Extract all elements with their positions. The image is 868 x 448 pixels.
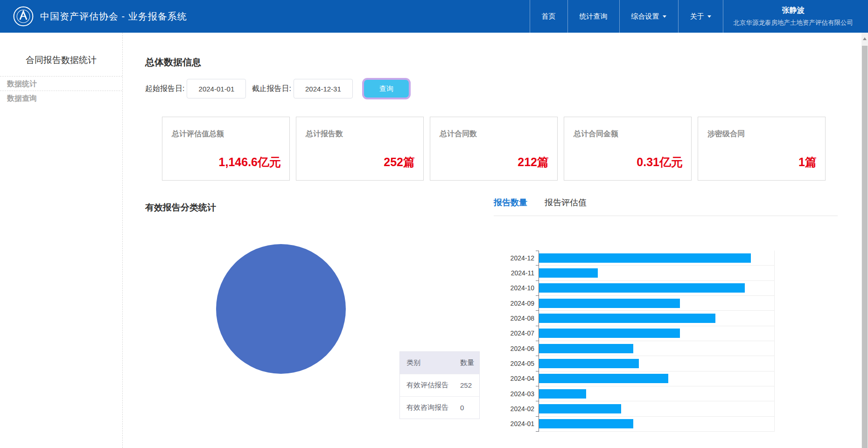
category-table: 类别 数量 有效评估报告 252 有效咨询报告 0 bbox=[399, 351, 480, 419]
bar-row: 2024-12 bbox=[539, 251, 774, 266]
end-date-label: 截止报告日: bbox=[252, 84, 291, 94]
stat-card-total-appraisal-value: 总计评估值总额 1,146.6亿元 bbox=[162, 117, 290, 181]
chevron-down-icon bbox=[707, 15, 711, 18]
triangle-up-icon bbox=[863, 37, 867, 40]
bar-row: 2024-11 bbox=[539, 266, 774, 280]
bar bbox=[539, 344, 633, 353]
bar bbox=[539, 419, 633, 428]
y-axis-label: 2024-04 bbox=[511, 375, 534, 382]
bar-chart-rows: 2024-122024-112024-102024-092024-082024-… bbox=[539, 251, 774, 432]
stat-card-classified-contracts: 涉密级合同 1篇 bbox=[698, 117, 826, 181]
stat-cards-row: 总计评估值总额 1,146.6亿元 总计报告数 252篇 总计合同数 212篇 … bbox=[162, 117, 826, 181]
bar bbox=[539, 314, 715, 323]
bar-row: 2024-03 bbox=[539, 386, 774, 401]
sidebar-item-data-statistics[interactable]: 数据统计 bbox=[0, 77, 122, 91]
bar-row: 2024-06 bbox=[539, 341, 774, 356]
app-title: 中国资产评估协会 - 业务报备系统 bbox=[40, 10, 187, 23]
y-axis-label: 2024-02 bbox=[511, 405, 534, 413]
bar-row: 2024-09 bbox=[539, 296, 774, 311]
start-date-input[interactable] bbox=[187, 79, 246, 98]
y-axis-label: 2024-01 bbox=[511, 420, 534, 427]
chevron-down-icon bbox=[663, 15, 666, 18]
bar bbox=[539, 329, 680, 338]
bar bbox=[539, 389, 586, 399]
y-axis-label: 2024-11 bbox=[511, 269, 534, 277]
y-axis-label: 2024-06 bbox=[511, 345, 534, 352]
table-row: 有效咨询报告 0 bbox=[400, 396, 479, 419]
y-axis-label: 2024-08 bbox=[511, 315, 534, 322]
bar bbox=[539, 404, 621, 413]
end-date-input[interactable] bbox=[294, 79, 353, 98]
bar-row: 2024-05 bbox=[539, 356, 774, 371]
table-row: 有效评估报告 252 bbox=[400, 374, 479, 396]
y-axis-label: 2024-12 bbox=[511, 254, 534, 262]
date-filter-row: 起始报告日: 截止报告日: 查询 bbox=[145, 78, 409, 99]
stat-card-total-contract-amount: 总计合同金额 0.31亿元 bbox=[564, 117, 692, 181]
category-table-header: 类别 数量 bbox=[400, 352, 479, 374]
main-content: 总体数据信息 起始报告日: 截止报告日: 查询 总计评估值总额 1,146.6亿… bbox=[123, 33, 861, 448]
top-navbar: 中国资产评估协会 - 业务报备系统 首页 统计查询 综合设置 关于 张静波 北京… bbox=[0, 0, 868, 33]
nav-item-home[interactable]: 首页 bbox=[530, 0, 567, 33]
nav-item-about[interactable]: 关于 bbox=[678, 0, 723, 33]
nav-item-statistics-query[interactable]: 统计查询 bbox=[567, 0, 619, 33]
pie-chart bbox=[216, 244, 346, 374]
stat-card-total-reports: 总计报告数 252篇 bbox=[296, 117, 424, 181]
y-axis-label: 2024-10 bbox=[511, 284, 534, 292]
bar-row: 2024-08 bbox=[539, 311, 774, 326]
report-count-bar-chart: 2024-122024-112024-102024-092024-082024-… bbox=[539, 251, 775, 432]
bar bbox=[539, 374, 668, 383]
tab-report-appraisal-value[interactable]: 报告评估值 bbox=[545, 197, 587, 208]
nav-item-general-settings[interactable]: 综合设置 bbox=[619, 0, 678, 33]
bar-row: 2024-04 bbox=[539, 371, 774, 386]
bar bbox=[539, 299, 680, 308]
user-company: 北京华源龙泰房地产土地资产评估有限公司 bbox=[734, 19, 854, 27]
bar bbox=[539, 359, 639, 368]
bar-row: 2024-01 bbox=[539, 417, 774, 432]
query-button[interactable]: 查询 bbox=[364, 80, 409, 98]
y-axis-label: 2024-03 bbox=[511, 390, 534, 398]
page-title: 总体数据信息 bbox=[145, 56, 201, 69]
y-axis-label: 2024-05 bbox=[511, 360, 534, 367]
bar-row: 2024-10 bbox=[539, 281, 774, 296]
nav-menu: 首页 统计查询 综合设置 关于 张静波 北京华源龙泰房地产土地资产评估有限公司 bbox=[530, 0, 868, 33]
scroll-up-button[interactable] bbox=[861, 33, 868, 45]
user-name: 张静波 bbox=[782, 6, 805, 15]
sidebar-title: 合同报告数据统计 bbox=[0, 33, 122, 77]
bar bbox=[539, 253, 751, 263]
association-logo-icon bbox=[13, 6, 34, 27]
start-date-label: 起始报告日: bbox=[145, 84, 184, 94]
pie-section-title: 有效报告分类统计 bbox=[145, 202, 216, 214]
stat-card-total-contracts: 总计合同数 212篇 bbox=[430, 117, 558, 181]
bar bbox=[539, 268, 598, 278]
y-axis-label: 2024-07 bbox=[511, 329, 534, 337]
chart-tab-strip: 报告数量 报告评估值 bbox=[494, 197, 838, 216]
sidebar-item-data-query[interactable]: 数据查询 bbox=[0, 91, 122, 105]
bar bbox=[539, 283, 745, 293]
bar-row: 2024-07 bbox=[539, 326, 774, 341]
user-info: 张静波 北京华源龙泰房地产土地资产评估有限公司 bbox=[723, 0, 868, 33]
tab-report-count[interactable]: 报告数量 bbox=[494, 197, 527, 208]
sidebar: 合同报告数据统计 数据统计 数据查询 bbox=[0, 33, 123, 448]
vertical-scrollbar bbox=[861, 33, 868, 448]
bar-row: 2024-02 bbox=[539, 401, 774, 416]
y-axis-label: 2024-09 bbox=[511, 300, 534, 307]
scrollbar-thumb[interactable] bbox=[862, 46, 868, 448]
